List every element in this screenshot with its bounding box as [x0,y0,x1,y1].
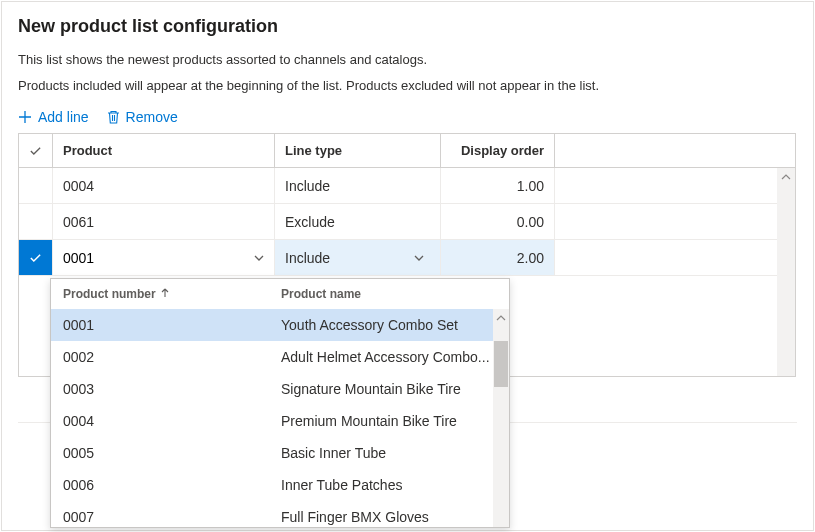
cell-displayorder[interactable]: 0.00 [441,204,555,239]
description-line-2: Products included will appear at the beg… [18,77,797,95]
config-panel: New product list configuration This list… [1,1,814,531]
description-line-1: This list shows the newest products asso… [18,51,797,69]
row-checkbox-checked[interactable] [19,240,53,275]
product-lookup-dropdown: Product number Product name 0001 Youth A… [50,278,510,528]
dropdown-item[interactable]: 0007 Full Finger BMX Gloves [51,501,509,527]
cell-product[interactable]: 0004 [53,168,275,203]
col-header-product[interactable]: Product [53,134,275,167]
scroll-up-icon[interactable] [492,309,509,327]
dropdown-item[interactable]: 0006 Inner Tube Patches [51,469,509,501]
cell-linetype[interactable]: Include [275,168,441,203]
cell-product[interactable]: 0061 [53,204,275,239]
dropdown-item[interactable]: 0001 Youth Accessory Combo Set [51,309,509,341]
col-header-displayorder[interactable]: Display order [441,134,555,167]
dropdown-item[interactable]: 0004 Premium Mountain Bike Tire [51,405,509,437]
plus-icon [18,110,32,124]
table-row[interactable]: 0004 Include 1.00 [19,168,795,204]
product-input[interactable] [63,240,248,275]
chevron-down-icon[interactable] [248,240,270,275]
grid-header: Product Line type Display order [19,134,795,168]
toolbar: Add line Remove [18,109,797,125]
add-line-label: Add line [38,109,89,125]
linetype-value: Include [285,250,330,266]
dropdown-item[interactable]: 0003 Signature Mountain Bike Tire [51,373,509,405]
page-title: New product list configuration [18,16,797,37]
scroll-up-icon[interactable] [777,168,795,186]
dropdown-header: Product number Product name [51,279,509,309]
select-all-header[interactable] [19,134,53,167]
add-line-button[interactable]: Add line [18,109,89,125]
row-checkbox[interactable] [19,204,53,239]
dd-col-header-number[interactable]: Product number [63,287,281,301]
remove-button[interactable]: Remove [107,109,178,125]
table-row-active[interactable]: Include 2.00 [19,240,795,276]
dd-col-header-name[interactable]: Product name [281,287,497,301]
cell-linetype[interactable]: Exclude [275,204,441,239]
cell-displayorder[interactable]: 1.00 [441,168,555,203]
col-header-linetype[interactable]: Line type [275,134,441,167]
chevron-down-icon[interactable] [408,252,430,264]
sort-asc-icon [160,287,170,301]
table-row[interactable]: 0061 Exclude 0.00 [19,204,795,240]
remove-label: Remove [126,109,178,125]
cell-displayorder[interactable]: 2.00 [441,240,555,275]
trash-icon [107,110,120,124]
scrollbar-thumb[interactable] [494,341,508,387]
col-header-spacer [555,134,795,167]
cell-product-editing[interactable] [53,240,275,275]
row-checkbox[interactable] [19,168,53,203]
dropdown-scrollbar[interactable] [493,309,509,527]
cell-linetype-dropdown[interactable]: Include [275,240,441,275]
dropdown-item[interactable]: 0002 Adult Helmet Accessory Combo... [51,341,509,373]
dropdown-item[interactable]: 0005 Basic Inner Tube [51,437,509,469]
grid-scrollbar[interactable] [777,168,795,376]
dropdown-body: 0001 Youth Accessory Combo Set 0002 Adul… [51,309,509,527]
